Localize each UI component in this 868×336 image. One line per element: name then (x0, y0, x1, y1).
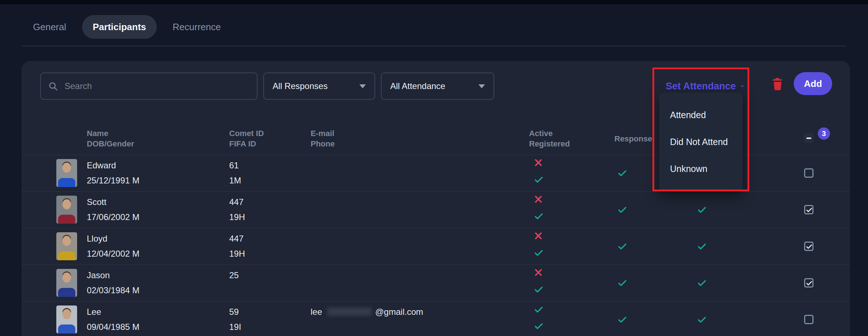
participant-name: Edward (87, 160, 116, 171)
attendance-status-icon (697, 278, 707, 288)
row-checkbox[interactable] (804, 242, 813, 251)
checkmark-icon (806, 280, 813, 287)
search-box[interactable] (40, 73, 258, 100)
registered-status-icon (534, 321, 544, 331)
attendance-status-icon (697, 314, 707, 325)
chevron-down-icon (740, 81, 745, 91)
avatar (56, 269, 77, 297)
fifa-id: 19I (229, 322, 241, 332)
participant-dob-gender: 17/06/2002 M (87, 212, 140, 223)
avatar (56, 159, 77, 187)
checkmark-icon (806, 206, 813, 214)
selected-count-badge: 3 (818, 127, 830, 140)
registered-status-icon (534, 211, 544, 221)
add-button[interactable]: Add (794, 72, 832, 95)
email-prefix: lee (311, 307, 322, 317)
caret-down-icon (478, 84, 485, 88)
attendance-status-icon (697, 241, 707, 251)
participant-name: Scott (87, 197, 107, 207)
tabs: GeneralParticipantsRecurrence (22, 15, 232, 39)
participant-dob-gender: 25/12/1991 M (87, 175, 140, 186)
row-checkbox[interactable] (804, 168, 813, 178)
responses-filter-select[interactable]: All Responses (263, 73, 375, 100)
menu-item-unknown[interactable]: Unknown (659, 155, 742, 182)
avatar (56, 196, 77, 224)
x-icon (534, 158, 543, 167)
header-response: Response (614, 134, 652, 144)
participants-screen: GeneralParticipantsRecurrence All Respon… (0, 0, 868, 336)
response-status-icon (617, 241, 627, 251)
response-status-icon (617, 278, 627, 288)
table-row[interactable]: Jason 02/03/1984 M 25 (22, 265, 850, 301)
menu-item-did-not-attend[interactable]: Did Not Attend (659, 129, 742, 155)
check-icon (534, 211, 544, 221)
row-checkbox[interactable] (804, 278, 813, 288)
avatar (56, 305, 77, 333)
active-status-icon (534, 231, 544, 241)
header-name-dob: Name DOB/Gender (87, 128, 134, 149)
check-icon (617, 241, 627, 251)
check-icon (697, 314, 707, 325)
avatar (56, 232, 77, 260)
check-icon (617, 314, 627, 325)
email-suffix: @gmail.com (375, 307, 423, 317)
search-icon (48, 81, 58, 91)
menu-item-attended[interactable]: Attended (659, 102, 742, 129)
check-icon (617, 205, 627, 215)
table-row[interactable]: Lloyd 12/04/2002 M 447 19H (22, 228, 850, 265)
registered-status-icon (534, 248, 544, 258)
row-checkbox[interactable] (804, 315, 813, 324)
responses-filter-value: All Responses (273, 81, 327, 91)
x-icon (534, 268, 543, 277)
attendance-filter-select[interactable]: All Attendance (381, 73, 494, 100)
comet-id: 447 (229, 233, 244, 244)
participant-name: Lee (87, 307, 101, 317)
participants-card: All Responses All Attendance Set Attenda… (22, 61, 850, 336)
trash-icon[interactable] (772, 77, 783, 91)
check-icon (534, 321, 544, 331)
check-icon (617, 278, 627, 288)
check-icon (617, 168, 627, 178)
response-status-icon (617, 168, 627, 178)
response-status-icon (617, 314, 627, 325)
set-attendance-menu: AttendedDid Not AttendUnknown (659, 93, 742, 191)
check-icon (697, 278, 707, 288)
response-status-icon (617, 205, 627, 215)
header-comet-fifa: Comet ID FIFA ID (229, 128, 264, 149)
row-checkbox[interactable] (804, 205, 813, 214)
tab-recurrence[interactable]: Recurrence (162, 15, 231, 39)
registered-status-icon (534, 284, 544, 294)
comet-id: 25 (229, 270, 239, 281)
check-icon (534, 174, 544, 185)
email-redaction-blur (327, 307, 372, 316)
tab-general[interactable]: General (22, 15, 77, 39)
attendance-status-icon (697, 205, 707, 215)
participant-dob-gender: 02/03/1984 M (87, 285, 140, 296)
x-icon (534, 231, 543, 241)
check-icon (697, 241, 707, 251)
table-row[interactable]: Lee 09/04/1985 M 59 19I lee @gmail.com (22, 301, 850, 336)
registered-status-icon (534, 174, 544, 185)
active-status-icon (534, 195, 544, 205)
check-icon (697, 205, 707, 215)
header-email-phone: E-mail Phone (311, 128, 335, 149)
select-all-checkbox[interactable] (804, 134, 813, 143)
table-row[interactable]: Scott 17/06/2002 M 447 19H (22, 191, 850, 228)
comet-id: 447 (229, 197, 244, 207)
header-active-registered: Active Registered (529, 128, 570, 149)
participant-dob-gender: 12/04/2002 M (87, 248, 140, 259)
comet-id: 61 (229, 160, 239, 171)
fifa-id: 1M (229, 175, 241, 186)
caret-down-icon (359, 84, 366, 88)
active-status-icon (534, 158, 544, 168)
search-input[interactable] (64, 81, 250, 92)
check-icon (534, 248, 544, 258)
set-attendance-label: Set Attendance (666, 81, 736, 92)
fifa-id: 19H (229, 248, 245, 259)
participant-name: Jason (87, 270, 110, 281)
indeterminate-dash-icon (806, 137, 811, 139)
tab-participants[interactable]: Participants (82, 15, 157, 39)
comet-id: 59 (229, 307, 239, 317)
tabs-divider (22, 46, 846, 46)
participant-dob-gender: 09/04/1985 M (87, 322, 140, 332)
